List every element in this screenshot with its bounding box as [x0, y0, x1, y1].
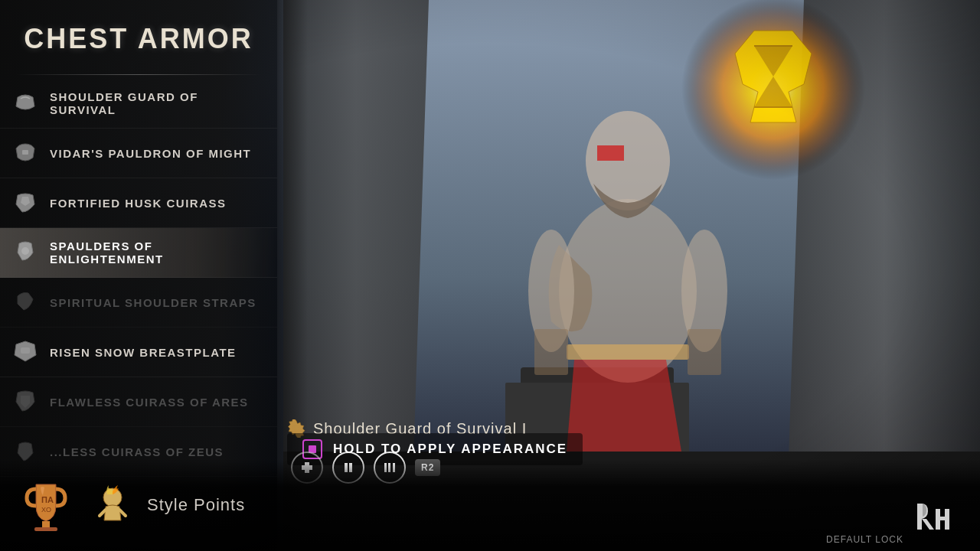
bottom-bar: ΠΑ XO Style Points DEFAULT LOCK — [0, 459, 980, 551]
svg-text:XO: XO — [41, 506, 51, 514]
svg-rect-26 — [42, 521, 50, 527]
playstation-logo — [911, 497, 957, 536]
svg-rect-17 — [21, 347, 30, 354]
style-icon — [88, 478, 138, 532]
style-points-icon — [92, 482, 134, 528]
svg-point-16 — [21, 247, 29, 255]
armor-name-shoulder-guard: SHOULDER GUARD OF SURVIVAL — [50, 90, 266, 116]
armor-name-fortified-husk: FORTIFIED HUSK CUIRASS — [50, 197, 227, 210]
armor-icon-spaulders-enlightenment — [11, 239, 39, 266]
svg-rect-27 — [34, 527, 57, 531]
armor-icon-vidar-pauldron — [11, 139, 39, 167]
armor-icon-fortified-husk — [11, 189, 39, 217]
svg-text:ΠΑ: ΠΑ — [41, 495, 54, 504]
armor-list-item-flawless-ares[interactable]: FLAWLESS CUIRASS OF ARES — [0, 377, 277, 427]
armor-name-risen-snow: RISEN SNOW BREASTPLATE — [50, 346, 237, 359]
armor-list-item-risen-snow[interactable]: RISEN SNOW BREASTPLATE — [0, 328, 277, 377]
armor-name-spiritual-straps: SPIRITUAL SHOULDER STRAPS — [50, 296, 256, 309]
armor-icon-risen-snow — [11, 338, 39, 366]
armor-list: SHOULDER GUARD OF SURVIVAL VIDAR'S PAULD… — [0, 75, 277, 481]
armor-name-flawless-zeus: ...LESS CUIRASS OF ZEUS — [50, 445, 224, 458]
armor-name-spaulders-enlightenment: SPAULDERS OF ENLIGHTENMENT — [50, 240, 266, 266]
default-lock: DEFAULT LOCK — [826, 534, 903, 545]
style-points-label: Style Points — [147, 495, 245, 515]
armor-icon-shoulder-guard — [11, 90, 39, 117]
armor-name-vidar-pauldron: VIDAR'S PAULDRON OF MIGHT — [50, 147, 251, 160]
ps-logo-svg — [911, 497, 957, 536]
armor-name-flawless-ares: FLAWLESS CUIRASS OF ARES — [50, 396, 249, 409]
armor-icon-flawless-ares — [11, 388, 39, 416]
armor-icon-spiritual-straps — [11, 289, 39, 316]
armor-list-item-spaulders-enlightenment[interactable]: SPAULDERS OF ENLIGHTENMENT — [0, 228, 277, 278]
armor-list-item-vidar-pauldron[interactable]: VIDAR'S PAULDRON OF MIGHT — [0, 129, 277, 178]
trophy-icon: ΠΑ XO — [19, 478, 73, 532]
svg-rect-15 — [22, 150, 28, 155]
armor-list-item-spiritual-straps[interactable]: SPIRITUAL SHOULDER STRAPS — [0, 278, 277, 328]
armor-list-item-fortified-husk[interactable]: FORTIFIED HUSK CUIRASS — [0, 178, 277, 228]
armor-list-item-shoulder-guard[interactable]: SHOULDER GUARD OF SURVIVAL — [0, 79, 277, 129]
panel-title: CHEST ARMOR — [0, 0, 277, 74]
trophy-container: ΠΑ XO — [15, 474, 77, 536]
